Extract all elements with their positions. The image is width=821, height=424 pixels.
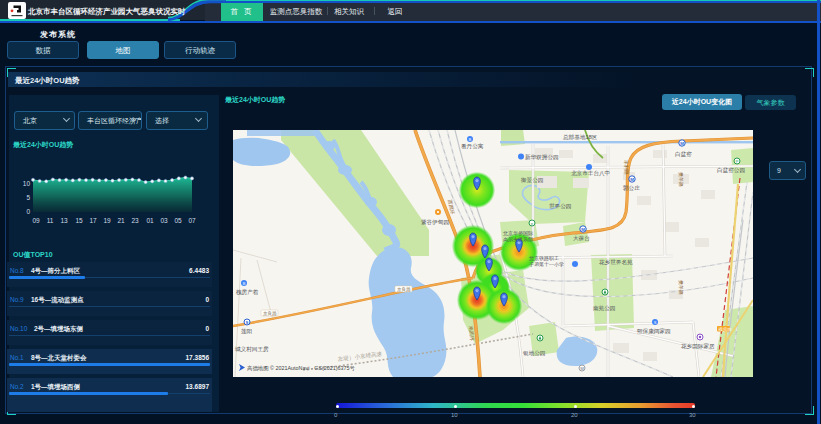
svg-text:子弟第十一小学: 子弟第十一小学 [529,261,564,268]
svg-text:21: 21 [117,217,125,224]
svg-text:11: 11 [47,217,54,224]
svg-text:花乡国际家居: 花乡国际家居 [681,343,715,350]
svg-text:高德地图 © 2021AutoNavi - GS(2021): 高德地图 © 2021AutoNavi - GS(2021)6375号 [247,365,356,372]
svg-text:M: M [680,141,684,146]
svg-text:09: 09 [32,217,40,224]
svg-text:城义村回王房: 城义村回王房 [234,346,269,353]
svg-text:S: S [654,320,657,325]
svg-text:23: 23 [131,217,139,224]
svg-text:京良路: 京良路 [263,311,277,316]
svg-text:槐房产着: 槐房产着 [236,289,259,296]
svg-text:03: 03 [160,217,168,224]
svg-text:紫谷伊甸园: 紫谷伊甸园 [421,219,449,226]
svg-text:M: M [580,366,584,371]
svg-text:15: 15 [75,217,83,224]
svg-text:总部基地18区: 总部基地18区 [562,134,598,141]
svg-text:白盆窑: 白盆窑 [675,151,692,158]
svg-text:白盆窑公园: 白盆窑公园 [717,167,745,174]
svg-text:御景公园: 御景公园 [520,177,543,183]
svg-text:熙保康阔家园: 熙保康阔家园 [637,328,671,335]
svg-text:南苑公园: 南苑公园 [593,305,615,312]
svg-text:01: 01 [146,217,154,224]
svg-text:13: 13 [60,217,68,224]
svg-text:07: 07 [188,217,196,224]
svg-text:郭公庄: 郭公庄 [623,185,640,192]
svg-text:樊羊路: 樊羊路 [678,172,685,187]
svg-text:19: 19 [103,217,111,224]
svg-text:樊羊路: 樊羊路 [678,280,685,295]
svg-text:高尔夫俱乐部: 高尔夫俱乐部 [503,236,533,243]
svg-text:大葆台: 大葆台 [573,235,590,242]
svg-text:M: M [581,227,585,232]
svg-text:世界公园: 世界公园 [549,203,571,209]
svg-text:S: S [246,320,249,325]
svg-text:M: M [630,177,634,182]
svg-text:P: P [736,159,739,164]
svg-text:新华双拥公园: 新华双拥公园 [525,154,559,161]
svg-text:京良路: 京良路 [397,287,411,292]
svg-text:B: B [469,137,472,142]
svg-text:北京市丰台八中: 北京市丰台八中 [571,170,610,177]
svg-text:花乡世界名苑: 花乡世界名苑 [599,259,633,266]
svg-text:莲阳: 莲阳 [241,328,252,335]
svg-text:05: 05 [174,217,182,224]
svg-text:B: B [243,281,246,286]
svg-text:10: 10 [23,180,31,187]
svg-text:银地公园: 银地公园 [522,350,545,356]
svg-text:看丹公寓: 看丹公寓 [461,143,484,150]
svg-text:17: 17 [89,217,97,224]
svg-text:5: 5 [26,194,30,201]
svg-text:0: 0 [26,208,30,215]
svg-text:槐房路: 槐房路 [718,327,733,332]
